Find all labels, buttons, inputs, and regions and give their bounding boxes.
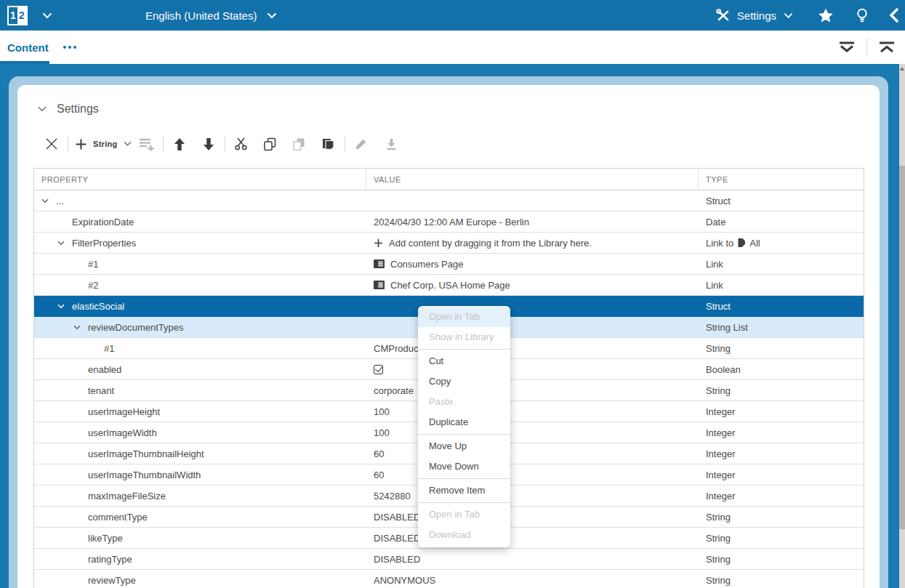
property-cell: ratingType xyxy=(34,554,366,565)
value-cell[interactable]: corporate xyxy=(366,385,699,396)
table-row[interactable]: ratingTypeDISABLEDString xyxy=(34,549,864,570)
value-cell[interactable]: 2024/04/30 12:00 AM Europe - Berlin xyxy=(366,217,699,227)
value-cell[interactable]: Add content by dragging it from the Libr… xyxy=(366,238,699,249)
type-cell: Integer xyxy=(699,470,864,480)
collapse-left-chevron-icon[interactable] xyxy=(889,7,899,23)
edit-button[interactable] xyxy=(349,133,374,155)
paste-special-button[interactable] xyxy=(316,133,341,155)
property-value: ANONYMOUS xyxy=(374,575,435,586)
chevron-down-icon[interactable] xyxy=(57,241,72,246)
scrollbar-up-arrow-icon[interactable] xyxy=(900,67,904,71)
remove-property-button[interactable] xyxy=(39,133,64,155)
copy-button[interactable] xyxy=(258,133,283,155)
chevron-down-icon[interactable] xyxy=(73,325,88,330)
value-cell[interactable]: Consumers Page xyxy=(366,259,699,270)
property-value: CMProduct xyxy=(374,343,421,354)
toolbar-divider xyxy=(68,136,68,152)
column-header-value[interactable]: VALUE xyxy=(366,169,699,190)
property-cell: userImageHeight xyxy=(34,406,366,417)
value-cell[interactable]: 60 xyxy=(366,448,699,459)
menu-item[interactable]: Cut xyxy=(418,351,510,371)
chevron-down-icon[interactable] xyxy=(57,304,72,309)
value-cell[interactable]: 100 xyxy=(366,427,699,438)
property-name: #1 xyxy=(104,343,114,354)
download-button[interactable] xyxy=(379,133,404,155)
checkbox-checked-icon[interactable] xyxy=(374,365,383,374)
value-cell[interactable]: ANONYMOUS xyxy=(366,575,699,586)
property-cell: ExpirationDate xyxy=(34,217,366,227)
type-cell: String xyxy=(699,343,864,354)
app-logo[interactable]: 1 2 xyxy=(7,6,28,25)
type-label: Link to xyxy=(706,238,733,249)
column-header-type[interactable]: TYPE xyxy=(699,169,864,190)
menu-item: Open in Tab xyxy=(418,307,510,327)
tab-toolbar-divider xyxy=(866,38,867,57)
move-down-button[interactable] xyxy=(196,133,221,155)
value-cell[interactable]: 5242880 xyxy=(366,491,699,502)
property-name: likeType xyxy=(88,533,123,544)
menu-item[interactable]: Move Up xyxy=(418,436,510,456)
type-cell: String xyxy=(699,575,864,586)
property-cell: userImageWidth xyxy=(34,427,366,438)
add-multiple-button[interactable] xyxy=(134,133,159,155)
type-cell: String xyxy=(699,533,864,544)
property-name: userImageThumbnailHeight xyxy=(88,448,204,459)
app-logo-right: 2 xyxy=(17,7,26,24)
type-label: Date xyxy=(706,217,725,227)
app-menu-chevron-down-icon[interactable] xyxy=(42,12,52,19)
collapse-all-icon[interactable] xyxy=(879,41,895,54)
value-cell[interactable]: DISABLED xyxy=(366,554,699,565)
property-name: elasticSocial xyxy=(72,301,124,312)
menu-item[interactable]: Remove Item xyxy=(418,480,510,501)
table-row[interactable]: reviewTypeANONYMOUSString xyxy=(34,570,864,588)
value-cell[interactable]: 100 xyxy=(366,406,699,417)
property-value: 5242880 xyxy=(374,491,411,502)
more-tabs-icon[interactable] xyxy=(63,46,76,49)
context-menu: Open in TabShow in LibraryCutCopyPasteDu… xyxy=(418,306,510,547)
toolbar-divider xyxy=(163,136,164,152)
table-row[interactable]: ExpirationDate2024/04/30 12:00 AM Europe… xyxy=(34,212,864,233)
type-cell: String xyxy=(699,385,864,396)
locale-label[interactable]: English (United States) xyxy=(145,9,257,22)
value-cell[interactable]: 60 xyxy=(366,470,699,480)
property-value: Add content by dragging it from the Libr… xyxy=(389,238,592,249)
value-cell[interactable]: CMProduct xyxy=(366,343,699,354)
column-header-property[interactable]: PROPERTY xyxy=(34,169,366,190)
vertical-scrollbar[interactable] xyxy=(899,64,905,588)
type-label: String xyxy=(706,533,731,544)
tab-bar: Content xyxy=(0,31,905,64)
locale-chevron-down-icon[interactable] xyxy=(267,12,277,19)
table-row[interactable]: #1Consumers PageLink xyxy=(34,254,864,275)
table-row[interactable]: FilterPropertiesAdd content by dragging … xyxy=(34,233,864,254)
chevron-down-icon[interactable] xyxy=(41,198,56,204)
settings-section-header[interactable]: Settings xyxy=(17,85,880,116)
type-cell: String xyxy=(699,554,864,565)
table-row[interactable]: ...Struct xyxy=(34,190,864,212)
value-cell[interactable]: Chef Corp. USA Home Page xyxy=(366,280,699,291)
table-row[interactable]: #2Chef Corp. USA Home PageLink xyxy=(34,275,864,296)
paste-button[interactable] xyxy=(287,133,312,155)
move-up-button[interactable] xyxy=(167,133,192,155)
scrollbar-thumb[interactable] xyxy=(899,166,905,529)
plus-icon xyxy=(75,138,87,150)
expand-all-icon[interactable] xyxy=(839,41,855,54)
section-chevron-down-icon[interactable] xyxy=(38,106,47,112)
type-cell: Boolean xyxy=(699,364,864,375)
menu-item: Show in Library xyxy=(418,327,510,347)
property-value: 60 xyxy=(374,448,384,459)
menu-item[interactable]: Move Down xyxy=(418,456,510,477)
favorites-star-icon[interactable] xyxy=(818,8,834,23)
value-cell[interactable] xyxy=(366,365,699,374)
tab-content[interactable]: Content xyxy=(7,41,49,54)
settings-menu[interactable]: Settings xyxy=(715,8,793,23)
property-cell: tenant xyxy=(34,385,366,396)
value-cell[interactable]: DISABLED xyxy=(366,512,699,523)
menu-item[interactable]: Duplicate xyxy=(418,412,510,432)
add-property-button[interactable]: String xyxy=(75,138,132,150)
menu-item[interactable]: Copy xyxy=(418,371,510,392)
cut-button[interactable] xyxy=(229,133,254,155)
type-cell: String List xyxy=(699,322,864,333)
lightbulb-icon[interactable] xyxy=(856,8,869,23)
type-cell: Link toAll xyxy=(699,238,864,249)
value-cell[interactable]: DISABLED xyxy=(366,533,699,544)
